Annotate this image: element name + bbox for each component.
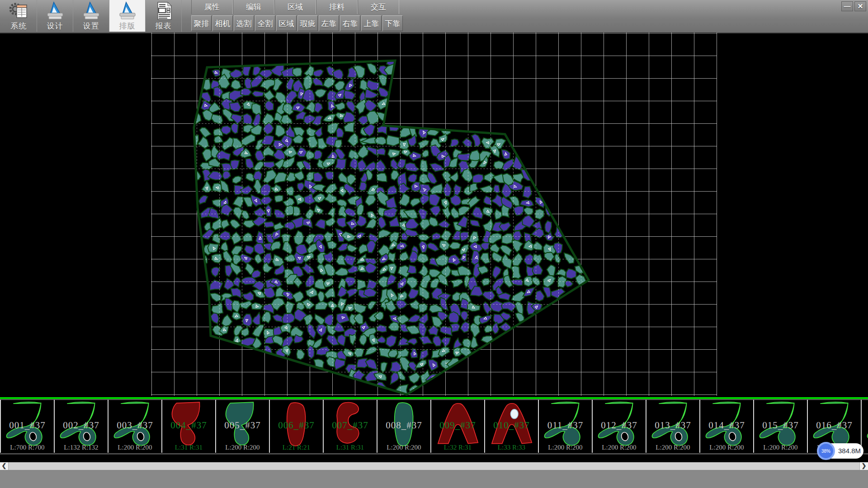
piece-name: 009_#37	[431, 420, 484, 431]
action-camera[interactable]: 相机	[212, 15, 233, 31]
piece-thumbnail[interactable]: 009_#37 L:32 R:31	[431, 400, 485, 453]
action-align-top[interactable]: 上靠	[361, 15, 382, 31]
scroll-right-icon[interactable]: ❯	[859, 462, 868, 470]
toolbar-button-design[interactable]: 设计	[37, 0, 73, 32]
piece-lr-count: L:200 R:200	[754, 444, 807, 451]
minimize-button[interactable]: —	[841, 1, 853, 11]
piece-lr-count: L:200 R:200	[700, 444, 753, 451]
design-ruler-icon	[45, 1, 66, 20]
piece-thumbnail-strip: 001_#37 L:700 R:700 002_#37 L:132 R:132 …	[0, 399, 868, 454]
toolbar-button-system[interactable]: 系统	[1, 0, 37, 32]
main-toolbar: 系统 设计 设置	[1, 0, 182, 33]
piece-lr-count: L:33 R:33	[485, 444, 538, 451]
action-cluster-nest[interactable]: 聚排	[191, 15, 212, 31]
toolbar-button-label: 排版	[119, 21, 136, 31]
action-buttons: 聚排 相机 选割 全割 区域 瑕疵 左靠 右靠 上靠 下靠	[191, 15, 404, 31]
piece-name: 016_#37	[808, 420, 861, 431]
titlebar: 系统 设计 设置	[0, 0, 868, 33]
piece-name: 014_#37	[700, 420, 753, 431]
menu-tab-interact[interactable]: 交互	[358, 0, 399, 14]
toolbar-button-label: 设置	[83, 21, 99, 31]
close-button[interactable]: ✕	[854, 1, 866, 11]
piece-lr-count: L:700 R:700	[1, 444, 54, 451]
piece-lr-count: L:200 R:200	[646, 444, 699, 451]
menu-tab-region[interactable]: 区域	[274, 0, 316, 14]
piece-lr-count: L:132 R:132	[55, 444, 108, 451]
piece-thumbnail[interactable]: 010_#37 L:33 R:33	[485, 400, 539, 453]
piece-thumbnail[interactable]: 005_#37 L:200 R:200	[216, 400, 270, 453]
piece-name: 003_#37	[108, 420, 161, 431]
piece-lr-count: L:200 R:200	[593, 444, 646, 451]
scroll-left-icon[interactable]: ❮	[0, 462, 9, 470]
piece-lr-count: L:200 R:200	[539, 444, 592, 451]
piece-thumbnail[interactable]: 007_#37 L:31 R:31	[324, 400, 377, 453]
piece-lr-count: L:200 R:200	[216, 444, 269, 451]
action-align-left[interactable]: 左靠	[319, 15, 339, 31]
piece-name: 004_#37	[162, 420, 215, 431]
menu-area: 属性 编辑 区域 排料 交互 聚排 相机 选割 全割 区域 瑕疵 左靠 右靠 上…	[191, 0, 404, 31]
piece-thumbnail[interactable]: 006_#37 L:21 R:21	[270, 400, 324, 453]
piece-thumbnail[interactable]: 013_#37 L:200 R:200	[646, 400, 700, 453]
piece-thumbnail[interactable]: 001_#37 L:700 R:700	[0, 400, 55, 453]
menu-tabs: 属性 编辑 区域 排料 交互	[191, 0, 404, 14]
piece-name: 011_#37	[539, 420, 592, 431]
progress-circle: 38%	[817, 442, 835, 460]
divider-line	[0, 397, 868, 399]
action-defect[interactable]: 瑕疵	[297, 15, 318, 31]
piece-lr-count: L:31 R:31	[162, 444, 215, 451]
settings-ruler-icon	[81, 1, 102, 20]
memory-value: 384.8M	[838, 443, 861, 459]
piece-thumbnail[interactable]: 004_#37 L:31 R:31	[162, 400, 216, 453]
horizontal-scrollbar[interactable]: ❮ ❯	[0, 462, 868, 470]
window-controls: — ✕	[841, 1, 866, 11]
piece-lr-count: L:200 R:200	[108, 444, 161, 451]
toolbar-button-label: 系统	[11, 21, 27, 31]
report-doc-icon	[153, 1, 174, 20]
action-align-bottom[interactable]: 下靠	[382, 15, 403, 31]
toolbar-button-label: 设计	[47, 21, 63, 31]
menu-tab-properties[interactable]: 属性	[191, 0, 233, 14]
piece-lr-count: L:31 R:31	[324, 444, 377, 451]
piece-name: 013_#37	[646, 420, 699, 431]
nesting-ruler-icon	[117, 1, 138, 20]
action-select-cut[interactable]: 选割	[234, 15, 254, 31]
piece-name: 005_#37	[216, 420, 269, 431]
piece-thumbnail[interactable]: 012_#37 L:200 R:200	[593, 400, 646, 453]
piece-thumbnail[interactable]: 008_#37 L:200 R:200	[377, 400, 431, 453]
piece-name: 002_#37	[55, 420, 108, 431]
piece-thumbnail[interactable]: 017_#37 L:200 R:200	[862, 400, 868, 453]
action-align-right[interactable]: 右靠	[340, 15, 360, 31]
piece-thumbnail[interactable]: 011_#37 L:200 R:200	[539, 400, 593, 453]
app-window: 系统 设计 设置	[0, 0, 868, 488]
nesting-canvas[interactable]	[151, 33, 717, 396]
piece-thumbnail[interactable]: 015_#37 L:200 R:200	[754, 400, 808, 453]
toolbar-button-settings[interactable]: 设置	[73, 0, 109, 32]
piece-name: 015_#37	[754, 420, 807, 431]
system-gear-icon	[9, 1, 29, 20]
window-bottom-band	[0, 470, 868, 488]
toolbar-button-label: 报表	[156, 21, 172, 31]
piece-name: 012_#37	[593, 420, 646, 431]
piece-name: 010_#37	[485, 420, 538, 431]
memory-status-badge[interactable]: 38% 384.8M	[818, 443, 863, 459]
piece-lr-count: L:21 R:21	[270, 444, 323, 451]
piece-thumbnail[interactable]: 002_#37 L:132 R:132	[55, 400, 108, 453]
piece-lr-count: L:32 R:31	[431, 444, 484, 451]
piece-name: 006_#37	[270, 420, 323, 431]
toolbar-button-nesting[interactable]: 排版	[109, 0, 146, 32]
piece-name: 001_#37	[1, 420, 54, 431]
piece-lr-count: L:200 R:200	[377, 444, 430, 451]
piece-name: 017_#37	[862, 420, 868, 431]
action-region[interactable]: 区域	[276, 15, 297, 31]
menu-tab-nest[interactable]: 排料	[316, 0, 358, 14]
piece-thumbnail[interactable]: 003_#37 L:200 R:200	[108, 400, 162, 453]
piece-thumbnail[interactable]: 014_#37 L:200 R:200	[700, 400, 754, 453]
action-cut-all[interactable]: 全割	[255, 15, 275, 31]
piece-name: 008_#37	[377, 420, 430, 431]
menu-tab-edit[interactable]: 编辑	[233, 0, 274, 14]
toolbar-button-report[interactable]: 报表	[146, 0, 182, 32]
piece-name: 007_#37	[324, 420, 377, 431]
